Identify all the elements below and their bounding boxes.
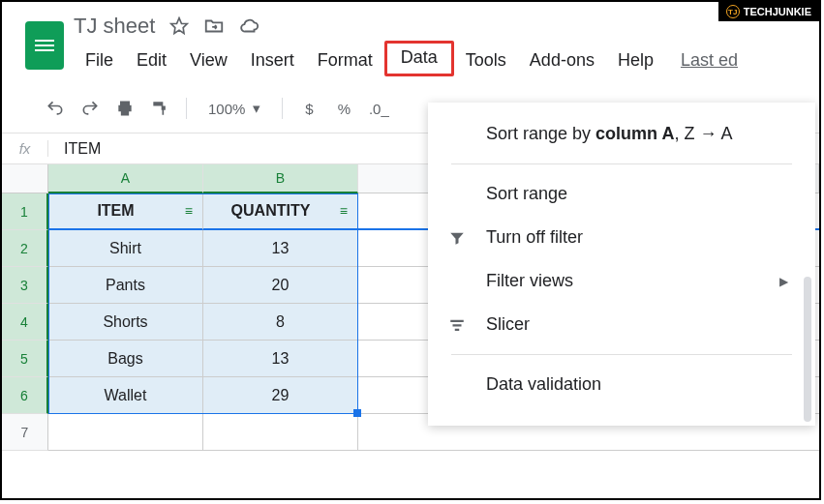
svg-marker-0 <box>171 18 188 34</box>
cloud-status-icon[interactable] <box>238 15 259 37</box>
row-header[interactable]: 4 <box>2 304 48 341</box>
menu-sort-range[interactable]: Sort range <box>428 172 815 216</box>
row-header[interactable]: 3 <box>2 267 48 304</box>
chevron-right-icon: ▶ <box>779 275 788 288</box>
select-all-corner[interactable] <box>2 164 48 193</box>
menu-data[interactable]: Data <box>384 41 454 76</box>
svg-rect-2 <box>453 324 462 326</box>
toolbar-separator <box>282 98 283 119</box>
zoom-value: 100% <box>208 101 245 117</box>
table-header-cell[interactable]: QUANTITY≡ <box>203 193 358 230</box>
filter-funnel-icon <box>445 229 469 247</box>
menu-label: Sort range <box>486 184 567 204</box>
cell[interactable]: 29 <box>203 377 358 414</box>
menu-edit[interactable]: Edit <box>125 44 178 76</box>
menu-help[interactable]: Help <box>606 44 665 76</box>
empty-cell[interactable] <box>48 414 203 451</box>
menu-insert[interactable]: Insert <box>239 44 306 76</box>
dropdown-scrollbar[interactable] <box>804 277 811 422</box>
row-header[interactable]: 6 <box>2 377 48 414</box>
table-header-cell[interactable]: ITEM≡ <box>48 193 203 230</box>
brand-icon: TJ <box>726 5 740 18</box>
data-menu-dropdown: Sort range by column A, Z → A Sort range… <box>428 103 815 426</box>
sheets-logo-icon[interactable] <box>25 21 64 70</box>
menu-label: Data validation <box>486 374 601 395</box>
paint-format-icon[interactable] <box>145 94 174 123</box>
cell[interactable]: 13 <box>203 230 358 267</box>
zoom-selector[interactable]: 100% ▾ <box>198 100 270 117</box>
menu-label: Filter views <box>486 271 573 291</box>
column-header[interactable]: A <box>48 164 203 193</box>
menu-separator <box>451 163 792 164</box>
cell[interactable]: 13 <box>203 341 358 377</box>
svg-rect-1 <box>450 319 464 321</box>
row-header[interactable]: 1 <box>2 193 48 230</box>
menubar: File Edit View Insert Format Data Tools … <box>74 39 749 76</box>
print-icon[interactable] <box>110 94 139 123</box>
menu-label: Sort range by column A, Z → A <box>486 124 732 144</box>
filter-icon[interactable]: ≡ <box>185 203 193 219</box>
move-folder-icon[interactable] <box>203 15 225 37</box>
menu-tools[interactable]: Tools <box>454 44 518 76</box>
brand-badge: TJ TECHJUNKIE <box>718 2 819 21</box>
row-header[interactable]: 7 <box>2 414 48 451</box>
currency-button[interactable]: $ <box>294 94 323 123</box>
menu-slicer[interactable]: Slicer <box>428 303 815 346</box>
cell[interactable]: Shorts <box>48 304 203 341</box>
menu-data-validation[interactable]: Data validation <box>428 363 815 406</box>
menu-label: Slicer <box>486 314 530 335</box>
menu-turn-off-filter[interactable]: Turn off filter <box>428 216 815 259</box>
menu-separator <box>451 354 792 355</box>
filter-icon[interactable]: ≡ <box>340 203 348 219</box>
cell[interactable]: Shirt <box>48 230 203 267</box>
menu-view[interactable]: View <box>178 44 239 76</box>
menu-filter-views[interactable]: Filter views ▶ <box>428 259 815 303</box>
decrease-decimal-button[interactable]: .0_ <box>364 94 393 123</box>
cell[interactable]: Pants <box>48 267 203 304</box>
cell[interactable]: Bags <box>48 341 203 377</box>
redo-icon[interactable] <box>76 94 105 123</box>
slicer-icon <box>445 316 469 334</box>
chevron-down-icon: ▾ <box>253 100 260 117</box>
menu-label: Turn off filter <box>486 227 583 248</box>
cell[interactable]: 20 <box>203 267 358 304</box>
fx-label: fx <box>2 140 48 157</box>
fx-value[interactable]: ITEM <box>48 140 101 158</box>
cell[interactable]: Wallet <box>48 377 203 414</box>
cell[interactable]: 8 <box>203 304 358 341</box>
empty-cell[interactable] <box>203 414 358 451</box>
menu-last-edit[interactable]: Last ed <box>669 44 749 76</box>
column-header[interactable]: B <box>203 164 358 193</box>
document-title[interactable]: TJ sheet <box>74 14 155 39</box>
menu-format[interactable]: Format <box>306 44 384 76</box>
toolbar-separator <box>186 98 187 119</box>
row-header[interactable]: 2 <box>2 230 48 267</box>
undo-icon[interactable] <box>41 94 70 123</box>
star-icon[interactable] <box>168 15 190 37</box>
menu-addons[interactable]: Add-ons <box>518 44 606 76</box>
menu-sort-range-by-column-desc[interactable]: Sort range by column A, Z → A <box>428 112 815 156</box>
percent-button[interactable]: % <box>329 94 358 123</box>
svg-rect-3 <box>455 328 460 330</box>
row-header[interactable]: 5 <box>2 341 48 377</box>
menu-file[interactable]: File <box>74 44 125 76</box>
brand-text: TECHJUNKIE <box>744 6 811 17</box>
